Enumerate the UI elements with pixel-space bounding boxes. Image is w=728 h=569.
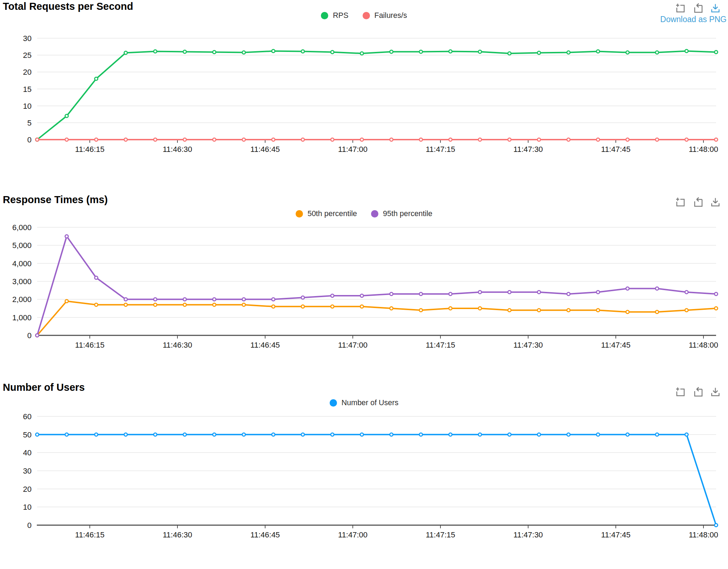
legend-label: RPS — [333, 11, 348, 20]
svg-text:50: 50 — [23, 430, 32, 439]
svg-text:15: 15 — [23, 85, 32, 94]
zoom-restore-icon[interactable] — [692, 387, 703, 398]
legend-dot-failures — [363, 12, 370, 19]
svg-text:11:47:30: 11:47:30 — [513, 530, 543, 539]
svg-text:11:47:15: 11:47:15 — [426, 341, 455, 349]
chart-toolbox — [675, 387, 721, 398]
svg-text:11:46:45: 11:46:45 — [250, 145, 280, 154]
svg-text:11:47:30: 11:47:30 — [513, 341, 543, 349]
svg-text:20: 20 — [23, 485, 32, 494]
svg-text:11:48:00: 11:48:00 — [689, 145, 718, 154]
svg-text:11:47:15: 11:47:15 — [426, 530, 455, 539]
chart-title: Response Times (ms) — [3, 194, 108, 206]
legend-label: 95th percentile — [383, 209, 432, 218]
svg-text:25: 25 — [23, 51, 32, 60]
svg-text:11:46:15: 11:46:15 — [75, 341, 105, 349]
svg-text:11:47:00: 11:47:00 — [338, 530, 368, 539]
legend-item-number-of-users[interactable]: Number of Users — [330, 399, 399, 407]
response-times-line-chart[interactable]: 01,0002,0003,0004,0005,0006,00011:46:151… — [0, 191, 728, 379]
users-line-chart[interactable]: 010203040506011:46:1511:46:3011:46:4511:… — [0, 379, 728, 569]
svg-text:30: 30 — [23, 34, 32, 43]
svg-text:20: 20 — [23, 68, 32, 76]
svg-text:4,000: 4,000 — [12, 259, 32, 268]
svg-text:11:47:15: 11:47:15 — [426, 145, 455, 154]
legend-label: Number of Users — [342, 399, 399, 407]
svg-text:10: 10 — [23, 102, 32, 111]
svg-text:3,000: 3,000 — [12, 277, 32, 286]
svg-text:11:47:45: 11:47:45 — [601, 145, 631, 154]
svg-text:40: 40 — [23, 448, 32, 457]
svg-text:11:46:30: 11:46:30 — [163, 341, 192, 349]
rps-line-chart[interactable]: 05101520253011:46:1511:46:3011:46:4511:4… — [0, 0, 728, 191]
svg-text:30: 30 — [23, 467, 32, 475]
svg-text:11:46:30: 11:46:30 — [163, 145, 192, 154]
download-as-png-tooltip[interactable]: Download as PNG — [660, 15, 727, 24]
legend-item-95th-percentile[interactable]: 95th percentile — [371, 209, 432, 218]
chart-title: Number of Users — [3, 382, 85, 393]
legend-label: Failures/s — [375, 11, 407, 20]
svg-text:11:47:45: 11:47:45 — [601, 341, 631, 349]
svg-text:11:47:30: 11:47:30 — [513, 145, 543, 154]
legend-dot-95th — [371, 210, 378, 217]
svg-text:11:48:00: 11:48:00 — [689, 341, 718, 349]
svg-text:5: 5 — [27, 119, 32, 127]
svg-text:11:46:45: 11:46:45 — [250, 530, 280, 539]
chart-title: Total Requests per Second — [3, 1, 133, 12]
box-zoom-icon[interactable] — [675, 197, 686, 208]
legend-label: 50th percentile — [308, 209, 357, 218]
svg-text:11:47:00: 11:47:00 — [338, 145, 368, 154]
legend-dot-50th — [296, 210, 303, 217]
svg-text:0: 0 — [27, 135, 32, 144]
chart-toolbox — [675, 3, 721, 14]
save-as-image-icon[interactable] — [710, 387, 721, 398]
svg-text:11:47:45: 11:47:45 — [601, 530, 631, 539]
svg-text:11:48:00: 11:48:00 — [689, 530, 718, 539]
svg-text:1,000: 1,000 — [12, 313, 32, 322]
chart-legend: RPS Failures/s — [0, 11, 728, 20]
save-as-image-icon[interactable] — [710, 197, 721, 208]
svg-text:11:46:30: 11:46:30 — [163, 530, 192, 539]
legend-item-rps[interactable]: RPS — [321, 11, 348, 20]
save-as-image-icon[interactable] — [710, 3, 721, 14]
svg-text:11:46:15: 11:46:15 — [75, 145, 105, 154]
svg-text:0: 0 — [27, 331, 32, 340]
chart-section-total-rps: Total Requests per Second Download as PN… — [0, 0, 728, 191]
svg-text:2,000: 2,000 — [12, 295, 32, 304]
svg-text:10: 10 — [23, 503, 32, 511]
chart-section-response-times: Response Times (ms) 50th percent — [0, 191, 728, 379]
chart-toolbox — [675, 197, 721, 208]
svg-text:60: 60 — [23, 412, 32, 421]
svg-text:5,000: 5,000 — [12, 241, 32, 250]
box-zoom-icon[interactable] — [675, 3, 686, 14]
zoom-restore-icon[interactable] — [692, 3, 703, 14]
chart-legend: Number of Users — [0, 399, 728, 407]
svg-text:11:46:15: 11:46:15 — [75, 530, 105, 539]
legend-dot-users — [330, 399, 337, 407]
svg-text:0: 0 — [27, 521, 32, 530]
chart-section-number-of-users: Number of Users Number of Users — [0, 379, 728, 569]
svg-text:11:46:45: 11:46:45 — [250, 341, 280, 349]
zoom-restore-icon[interactable] — [692, 197, 703, 208]
legend-item-failures[interactable]: Failures/s — [363, 11, 407, 20]
legend-item-50th-percentile[interactable]: 50th percentile — [296, 209, 357, 218]
chart-legend: 50th percentile 95th percentile — [0, 209, 728, 218]
svg-text:6,000: 6,000 — [12, 223, 32, 232]
legend-dot-rps — [321, 12, 328, 19]
box-zoom-icon[interactable] — [675, 387, 686, 398]
svg-text:11:47:00: 11:47:00 — [338, 341, 368, 349]
